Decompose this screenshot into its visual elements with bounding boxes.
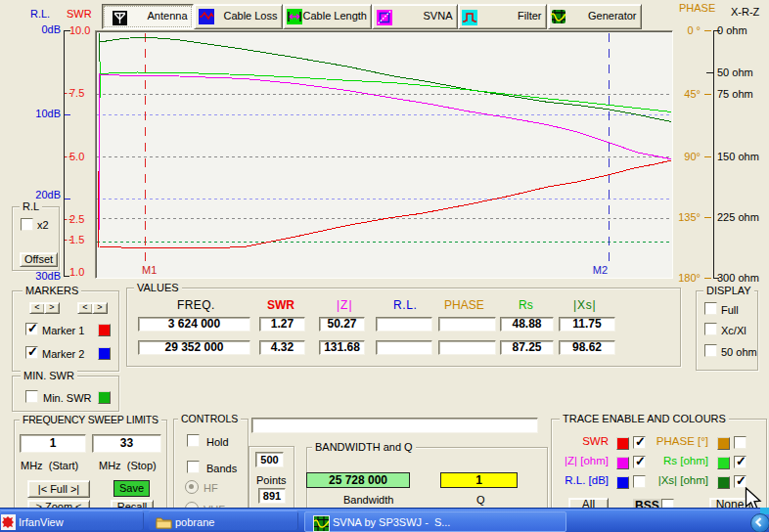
- svg-text:M1: M1: [142, 264, 157, 276]
- svg-text:M2: M2: [593, 264, 608, 276]
